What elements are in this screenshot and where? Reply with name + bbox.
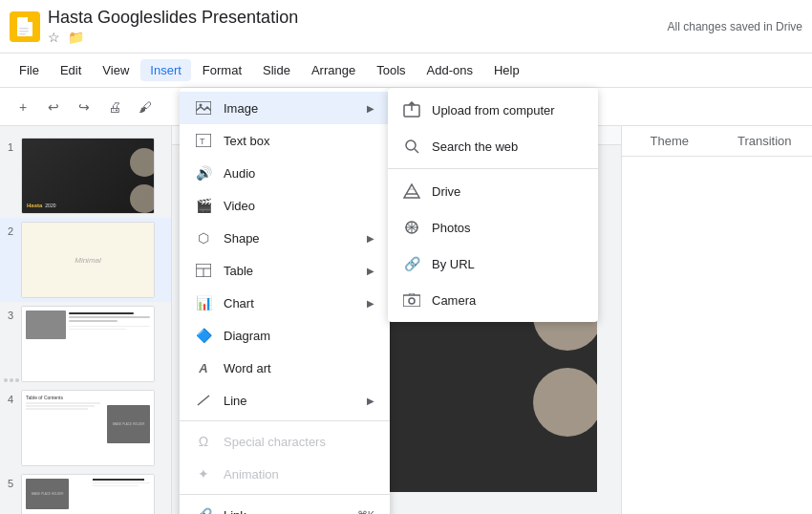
title-area: Hasta Googleslides Presentation ☆ 📁	[48, 8, 298, 45]
insert-menu-item-shape[interactable]: ⬡ Shape ▶	[180, 222, 390, 254]
svg-line-20	[415, 149, 418, 153]
insert-line-label: Line	[224, 394, 247, 408]
insert-menu-item-line[interactable]: Line ▶	[180, 384, 390, 417]
menu-file[interactable]: File	[10, 59, 49, 81]
svg-point-11	[200, 104, 203, 107]
slide-thumb-1[interactable]: 1 Hasta 2020	[0, 134, 171, 218]
image-submenu-url[interactable]: 🔗 By URL	[388, 246, 598, 282]
camera-icon	[403, 291, 420, 309]
shape-icon: ⬡	[195, 229, 212, 246]
image-icon	[195, 99, 212, 117]
add-slide-button[interactable]: +	[10, 94, 36, 120]
slide-thumb-3[interactable]: 3	[0, 302, 171, 386]
drive-icon	[403, 182, 420, 200]
animation-icon: ✦	[195, 465, 212, 482]
image-submenu-arrow: ▶	[367, 103, 374, 114]
slide-preview-4: Table of Contents IMAGE PLACE HOLDER	[21, 390, 155, 466]
svg-rect-2	[19, 28, 29, 30]
svg-rect-22	[403, 295, 420, 307]
chart-icon: 📊	[195, 294, 212, 311]
line-icon	[195, 392, 212, 409]
slide-number-4: 4	[8, 394, 21, 405]
tab-transition[interactable]: Transition	[717, 126, 813, 156]
insert-special-chars-label: Special characters	[224, 435, 326, 449]
chart-submenu-arrow: ▶	[367, 298, 374, 309]
upload-icon	[403, 101, 420, 118]
url-icon: 🔗	[403, 255, 420, 272]
top-bar: Hasta Googleslides Presentation ☆ 📁 All …	[0, 0, 812, 54]
svg-text:T: T	[200, 137, 205, 146]
image-submenu-camera[interactable]: Camera	[388, 282, 598, 318]
insert-link-label: Link	[224, 508, 246, 515]
insert-menu: Image ▶ T Text box 🔊 Audio 🎬 Video ⬡ Sha…	[180, 88, 390, 514]
video-icon: 🎬	[195, 197, 212, 214]
menu-addons[interactable]: Add-ons	[417, 59, 482, 81]
insert-menu-item-audio[interactable]: 🔊 Audio	[180, 157, 390, 189]
menu-format[interactable]: Format	[193, 59, 251, 81]
svg-line-17	[198, 396, 209, 405]
insert-audio-label: Audio	[224, 166, 255, 181]
insert-menu-item-video[interactable]: 🎬 Video	[180, 189, 390, 222]
search-web-label: Search the web	[432, 139, 518, 154]
insert-menu-item-table[interactable]: Table ▶	[180, 254, 390, 287]
image-submenu-drive[interactable]: Drive	[388, 173, 598, 209]
slide-thumb-5[interactable]: 5 IMAGE PLACE HOLDER	[0, 470, 171, 514]
tab-theme[interactable]: Theme	[622, 126, 717, 156]
slide-thumb-4[interactable]: 4 Table of Contents IMAGE PLACE HOLDER	[0, 386, 171, 470]
circle-3	[533, 368, 597, 437]
camera-label: Camera	[432, 293, 476, 308]
line-submenu-arrow: ▶	[367, 396, 374, 406]
menu-slide[interactable]: Slide	[253, 59, 300, 81]
star-icon[interactable]: ☆	[48, 30, 60, 45]
insert-animation-label: Animation	[224, 467, 279, 482]
link-shortcut: ⌘K	[357, 509, 374, 515]
svg-rect-4	[19, 33, 26, 35]
menu-bar: File Edit View Insert Format Slide Arran…	[0, 54, 812, 88]
insert-menu-item-special-chars: Ω Special characters	[180, 425, 390, 458]
special-chars-icon: Ω	[195, 433, 212, 450]
doc-title[interactable]: Hasta Googleslides Presentation	[48, 8, 298, 28]
insert-menu-item-wordart[interactable]: A Word art	[180, 352, 390, 384]
insert-menu-item-image[interactable]: Image ▶	[180, 92, 390, 124]
menu-edit[interactable]: Edit	[51, 59, 91, 81]
save-status: All changes saved in Drive	[668, 20, 802, 33]
print-button[interactable]: 🖨	[101, 94, 128, 120]
search-web-icon	[403, 138, 420, 155]
menu-view[interactable]: View	[93, 59, 139, 81]
insert-menu-item-diagram[interactable]: 🔷 Diagram	[180, 319, 390, 352]
insert-image-label: Image	[224, 101, 258, 116]
menu-divider-1	[180, 420, 390, 421]
slide-thumb-2[interactable]: 2 Minimal	[0, 218, 171, 302]
svg-point-23	[409, 298, 415, 304]
svg-rect-3	[19, 31, 29, 32]
photos-label: Photos	[432, 221, 470, 235]
svg-point-19	[406, 140, 416, 150]
image-submenu-search[interactable]: Search the web	[388, 128, 598, 164]
menu-help[interactable]: Help	[484, 59, 529, 81]
slides-panel: 1 Hasta 2020 2 Minimal	[0, 126, 172, 514]
redo-button[interactable]: ↪	[71, 94, 97, 120]
insert-menu-item-textbox[interactable]: T Text box	[180, 124, 390, 157]
slide-number-3: 3	[8, 310, 21, 321]
drive-label: Drive	[432, 184, 460, 199]
undo-button[interactable]: ↩	[40, 94, 67, 120]
paint-format-button[interactable]: 🖌	[132, 94, 159, 120]
menu-arrange[interactable]: Arrange	[302, 59, 365, 81]
insert-menu-item-animation: ✦ Animation	[180, 458, 390, 490]
image-submenu-divider	[388, 168, 598, 169]
slide-number-5: 5	[8, 478, 21, 489]
slide-number-2: 2	[8, 225, 21, 237]
menu-tools[interactable]: Tools	[367, 59, 415, 81]
image-submenu-photos[interactable]: Photos	[388, 209, 598, 246]
image-submenu: Upload from computer Search the web Driv…	[388, 88, 598, 322]
folder-icon[interactable]: 📁	[68, 30, 84, 45]
wordart-icon: A	[195, 359, 212, 376]
insert-menu-item-link[interactable]: 🔗 Link ⌘K	[180, 499, 390, 514]
image-submenu-upload[interactable]: Upload from computer	[388, 92, 598, 128]
menu-insert[interactable]: Insert	[140, 59, 191, 81]
insert-menu-item-chart[interactable]: 📊 Chart ▶	[180, 287, 390, 319]
link-icon: 🔗	[195, 506, 212, 514]
insert-wordart-label: Word art	[224, 361, 271, 375]
title-icons: ☆ 📁	[48, 30, 298, 45]
insert-video-label: Video	[224, 199, 255, 213]
